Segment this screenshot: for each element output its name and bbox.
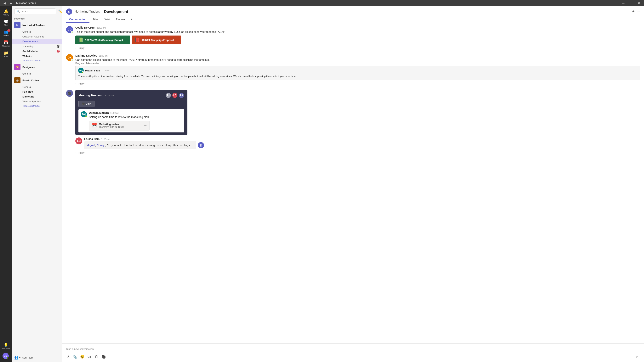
replied-by-label[interactable]: Kadji and Jakob replied [75,62,640,65]
cecily-msg-header: Cecily De Crum 11:00 am [75,26,640,29]
close-button[interactable]: ✕ [636,1,642,5]
sticker-button[interactable]: 🗒 [94,354,100,360]
channel-general-fourthcoffee[interactable]: General [12,84,62,89]
nav-item-feedback[interactable]: 💡 Feedback [1,342,11,351]
tab-conversation[interactable]: Conversation [66,16,90,23]
tab-planner[interactable]: Planner [113,16,128,23]
nav-label-files: Files [4,55,8,57]
calendar-card[interactable]: 📅 Marketing review Thursday, 15th @ 10:3… [89,121,150,130]
nav-item-files[interactable]: 📁 Files [0,49,12,59]
ppt-icon: 📕 [134,37,140,42]
louisa-msg-header: Louisa Cain 11:15 am [84,137,640,141]
tab-files[interactable]: Files [90,16,102,23]
louisa-time: 11:15 am [101,138,110,140]
daniela-msg-header: Daniela Madera 11:00 am [89,111,150,114]
app-title: Microsoft Teams [16,1,36,5]
northwind-more-channels[interactable]: 32 more channels [12,58,62,63]
calendar-title: Marketing review [99,123,142,126]
daniela-avatar: DM [81,111,87,117]
tab-add-icon[interactable]: + [128,16,135,23]
nav-item-activity[interactable]: 🔔 Activity [0,8,12,17]
team-item-fourthcoffee[interactable]: ☕ Fourth Coffee ··· [12,76,62,84]
sidebar: 🔍 ✏️ Favorites N Northwind Traders ··· G… [12,6,62,362]
reply-arrow-icon-3: ↩ [75,152,77,154]
excel-attachment[interactable]: 📗 160724-WinterCampaignBudget ··· [75,35,130,44]
calendar-more-icon[interactable]: ··· [144,124,147,127]
more-options-icon[interactable]: ··· [637,10,640,14]
louisa-avatar: LC [75,137,82,144]
nav-item-meetings[interactable]: 📅 Meetings [0,39,12,49]
tab-wiki[interactable]: Wiki [102,16,113,23]
messages-area[interactable]: CD Cecily De Crum 11:00 am This is the l… [62,23,644,344]
channel-weekly-specials[interactable]: Weekly Specials [12,99,62,104]
channel-customer-accounts[interactable]: Customer Accounts [12,34,62,39]
participant-2-avatar: LC [172,92,178,98]
daphne-time: 11:05 am [99,55,108,57]
daphne-reply-btn[interactable]: ↩ Reply [75,82,640,86]
channel-marketing-fourthcoffee[interactable]: Marketing [12,94,62,99]
files-icon: 📁 [4,51,8,55]
minimize-button[interactable]: — [620,1,626,5]
louisa-author: Louisa Cain [84,137,100,141]
excel-icon: 📗 [78,37,83,42]
team-item-northwind[interactable]: N Northwind Traders ··· [12,21,62,29]
maximize-button[interactable]: ☐ [628,1,634,5]
channel-fun-stuff[interactable]: Fun stuff [12,89,62,94]
channel-website[interactable]: Website [12,54,62,58]
gif-button[interactable]: GIF [86,355,93,359]
team-item-designers[interactable]: 🎨 Designers ··· [12,63,62,71]
meeting-card-header: Meeting Review 10:58 am P1 LC P3 [78,92,184,98]
cecily-avatar: CD [66,26,73,33]
reply-arrow-icon: ↩ [75,47,77,49]
channel-marketing-northwind[interactable]: Marketing 🎥 [12,44,62,49]
join-button[interactable]: 🎥 Join [78,101,94,107]
mention-corey[interactable]: Corey [96,144,104,147]
add-team-footer[interactable]: 👥+ Add Team [12,353,62,362]
cecily-reply-btn[interactable]: ↩ Reply [75,46,640,50]
nav-item-chat[interactable]: 💬 Chat [0,18,12,28]
fourthcoffee-more-channels[interactable]: 4 more channels [12,104,62,108]
social-media-badge: 2 [56,50,60,52]
message-block-meeting: 🎥 Meeting Review 10:58 am P1 LC [66,90,640,155]
main-content: N Northwind Traders › Development ★ ··· … [62,6,644,362]
cecily-online-dot [71,31,73,33]
meeting-title-area: Meeting Review 10:58 am [78,94,163,97]
nav-item-teams[interactable]: 👥 2 Teams [0,28,12,38]
meeting-reply-btn[interactable]: ↩ Reply [75,151,640,155]
designers-team-name: Designers [22,66,55,68]
feedback-icon: 💡 [4,343,8,347]
search-input[interactable] [21,10,54,13]
nav-label-meetings: Meetings [2,45,10,47]
mention-miguel[interactable]: Miguel [86,144,95,147]
ppt-filename: 160724-CampaignProposal [142,39,174,41]
northwind-avatar: N [14,22,20,28]
attach-button[interactable]: 📎 [72,354,78,360]
emoji-button[interactable]: 😊 [79,354,86,360]
nav-forward-button[interactable]: ▶ [8,1,13,5]
compose-placeholder[interactable]: Start a new conversation [66,346,640,352]
user-nav[interactable]: JD [1,351,11,361]
excel-more-icon[interactable]: ··· [125,38,128,42]
nav-back-button[interactable]: ◀ [2,1,7,5]
reaction-button[interactable]: @ [198,142,204,148]
teams-badge: 2 [7,29,10,32]
ppt-attachment[interactable]: 📕 160724-CampaignProposal ··· [132,35,181,44]
format-button[interactable]: 𝐀 [66,354,71,360]
ppt-more-icon[interactable]: ··· [176,38,178,42]
app: 🔔 Activity 💬 Chat 👥 2 Teams 📅 Meetings 📁… [0,0,644,362]
reply-arrow-icon-2: ↩ [75,82,77,85]
user-avatar-nav[interactable]: JD [2,353,9,359]
video-message-button[interactable]: 🎥 [100,354,107,360]
favorites-label: Favorites [12,16,62,21]
excel-filename: 160724-WinterCampaignBudget [85,39,123,41]
channel-general-northwind[interactable]: General [12,29,62,34]
send-button[interactable]: ➤ [634,354,640,360]
favorite-icon[interactable]: ★ [632,9,635,14]
nav-label-teams: Teams [3,34,9,37]
breadcrumb-team[interactable]: Northwind Traders [74,10,100,13]
search-box[interactable]: 🔍 [14,8,56,14]
channel-general-designers[interactable]: General [12,71,62,76]
channel-development[interactable]: Development [12,39,62,44]
header-actions: ★ ··· [632,9,640,14]
channel-social-media[interactable]: Social Media 2 [12,49,62,54]
